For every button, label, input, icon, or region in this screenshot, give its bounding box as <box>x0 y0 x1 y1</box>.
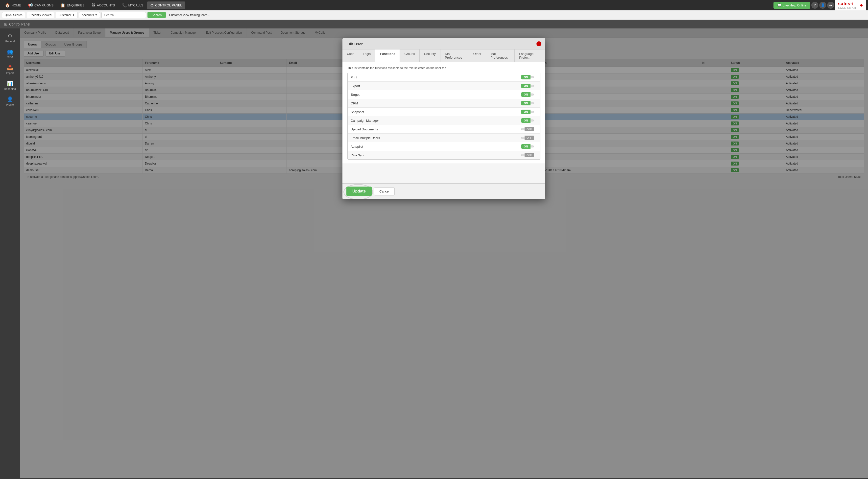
reporting-icon: 📊 <box>7 81 13 86</box>
nav-accounts-label: ACCOUNTS <box>97 3 115 7</box>
function-row: Riva Sync OFF <box>348 151 540 159</box>
toggle-off-button[interactable]: OFF <box>525 136 534 140</box>
function-name: Target <box>351 93 521 96</box>
toggle-on[interactable]: ON <box>521 101 537 105</box>
recently-viewed-button[interactable]: Recently Viewed <box>27 12 54 18</box>
empty-area <box>342 164 545 183</box>
nav-campaigns-label: CAMPAIGNS <box>34 3 54 7</box>
search-button[interactable]: Search <box>148 12 165 18</box>
toggle-on-button[interactable]: ON <box>521 101 530 105</box>
content-area: Company Profile Data Load Parameter Setu… <box>20 28 868 478</box>
nav-home[interactable]: 🏠 HOME <box>2 1 24 9</box>
toggle-off-button[interactable]: OFF <box>525 153 534 157</box>
toggle-off-label <box>530 111 534 113</box>
crm-icon: 👥 <box>7 49 13 55</box>
toggle-off-button[interactable]: OFF <box>525 127 534 131</box>
modal-tab-groups[interactable]: Groups <box>400 50 420 62</box>
modal-tab-functions[interactable]: Functions <box>375 50 400 62</box>
sidebar-item-profile[interactable]: 👤 Profile <box>0 94 20 108</box>
modal-tab-language-preferences[interactable]: Language Prefer... <box>515 50 545 62</box>
function-row: Upload Documents OFF <box>348 125 540 134</box>
toggle-on[interactable]: ON <box>521 84 537 88</box>
toggle-on-button[interactable]: ON <box>521 92 530 97</box>
accounts-dropdown[interactable]: Accounts ▼ <box>79 12 100 18</box>
modal-header: Edit User <box>342 38 545 50</box>
live-help-icon: 💬 <box>777 3 781 7</box>
edit-user-modal: Edit User User Login Functions Groups Se… <box>342 38 545 199</box>
navigate-button[interactable]: ➔ <box>827 2 834 9</box>
toggle-on-button[interactable]: ON <box>521 109 530 114</box>
cancel-button[interactable]: Cancel <box>374 187 395 195</box>
nav-accounts[interactable]: 🏛 ACCOUNTS <box>89 1 118 9</box>
sidebar-profile-label: Profile <box>6 103 13 106</box>
function-row: Print ON <box>348 73 540 82</box>
toggle-on-button[interactable]: ON <box>521 84 530 88</box>
modal-tabs: User Login Functions Groups Security Dia… <box>342 50 545 62</box>
top-navigation: 🏠 HOME 📢 CAMPAIGNS 📋 ENQUIRIES 🏛 ACCOUNT… <box>0 0 868 10</box>
modal-tab-login[interactable]: Login <box>358 50 375 62</box>
enquiries-icon: 📋 <box>60 3 65 8</box>
sidebar: ⚙ General 👥 CRM 📥 Import 📊 Reporting 👤 P… <box>0 28 20 478</box>
live-help-button[interactable]: 💬 Live Help Online <box>773 2 810 9</box>
logo-icon: ● <box>860 2 863 8</box>
quick-search-button[interactable]: Quick Search <box>2 12 25 18</box>
accounts-icon: 🏛 <box>92 3 95 7</box>
sidebar-reporting-label: Reporting <box>4 87 16 90</box>
nav-enquiries[interactable]: 📋 ENQUIRIES <box>57 1 88 9</box>
function-name: Email Multiple Users <box>351 136 521 140</box>
toggle-off[interactable]: OFF <box>521 127 537 131</box>
modal-tab-other[interactable]: Other <box>469 50 486 62</box>
sidebar-item-general[interactable]: ⚙ General <box>0 30 20 45</box>
modal-description: This list contains the functions availab… <box>347 66 540 70</box>
toggle-on[interactable]: ON <box>521 75 537 79</box>
modal-body: This list contains the functions availab… <box>342 62 545 164</box>
toggle-off[interactable]: OFF <box>521 136 537 140</box>
nav-campaigns[interactable]: 📢 CAMPAIGNS <box>25 1 56 9</box>
customer-dropdown[interactable]: Customer ▼ <box>56 12 78 18</box>
modal-overlay: Edit User User Login Functions Groups Se… <box>20 28 868 478</box>
functions-list: Print ON Export ON Target ON CRM ON Snap… <box>347 73 540 160</box>
toggle-on-button[interactable]: ON <box>521 144 530 149</box>
nav-control-panel-label: CONTROL PANEL <box>155 3 182 7</box>
modal-tab-user[interactable]: User <box>342 50 358 62</box>
modal-tab-security[interactable]: Security <box>420 50 440 62</box>
nav-mycalls-label: MYCALLS <box>128 3 144 7</box>
user-profile-button[interactable]: 👤 <box>819 2 826 9</box>
function-row: Export ON <box>348 82 540 90</box>
chevron-down-icon: ▼ <box>72 13 75 16</box>
control-panel-icon: ⚙ <box>150 3 154 8</box>
toggle-off-label <box>530 85 534 87</box>
function-name: Print <box>351 75 521 79</box>
function-row: Email Multiple Users OFF <box>348 134 540 142</box>
search-input[interactable] <box>101 12 146 18</box>
toggle-on[interactable]: ON <box>521 118 537 123</box>
function-name: Riva Sync <box>351 153 521 157</box>
toggle-on-label <box>521 137 525 139</box>
nav-control-panel[interactable]: ⚙ CONTROL PANEL <box>147 1 185 9</box>
sidebar-item-import[interactable]: 📥 Import <box>0 62 20 77</box>
modal-close-button[interactable] <box>536 41 541 46</box>
campaigns-icon: 📢 <box>28 3 33 8</box>
help-button[interactable]: ? <box>811 2 818 9</box>
nav-enquiries-label: ENQUIRIES <box>67 3 85 7</box>
grid-icon: ⊞ <box>4 22 7 27</box>
modal-tab-dial-preferences[interactable]: Dial Preferences <box>440 50 469 62</box>
toggle-on[interactable]: ON <box>521 109 537 114</box>
modal-tab-mail-preferences[interactable]: Mail Preferences <box>486 50 515 62</box>
toggle-on-button[interactable]: ON <box>521 118 530 123</box>
toggle-on-button[interactable]: ON <box>521 75 530 79</box>
update-button[interactable]: Update <box>346 187 372 196</box>
mycalls-icon: 📞 <box>122 3 127 8</box>
function-name: Campaign Manager <box>351 119 521 123</box>
toggle-on[interactable]: ON <box>521 144 537 149</box>
sidebar-item-crm[interactable]: 👥 CRM <box>0 46 20 61</box>
function-row: CRM ON <box>348 99 540 108</box>
customer-dropdown-label: Customer <box>58 13 71 17</box>
sidebar-item-reporting[interactable]: 📊 Reporting <box>0 78 20 93</box>
toggle-off[interactable]: OFF <box>521 153 537 157</box>
toggle-off-label <box>530 120 534 122</box>
toggle-on[interactable]: ON <box>521 92 537 97</box>
modal-title: Edit User <box>346 42 363 46</box>
nav-mycalls[interactable]: 📞 MYCALLS <box>119 1 147 9</box>
function-row: Snapshot ON <box>348 108 540 116</box>
